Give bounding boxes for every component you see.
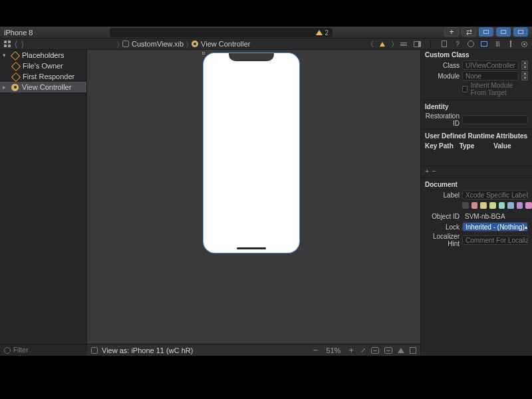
toggle-inspector-button[interactable] <box>513 27 528 37</box>
ruler-icon <box>510 41 511 47</box>
attributes-inspector-tab[interactable] <box>493 40 501 48</box>
device-config-toggle[interactable] <box>91 347 98 354</box>
identity-inspector-tab[interactable] <box>480 40 488 48</box>
color-swatch[interactable] <box>525 202 532 209</box>
outline-group-placeholders[interactable]: ▾ Placeholders <box>0 50 86 61</box>
breadcrumb-item[interactable]: View Controller <box>201 40 250 48</box>
device-preview-iphone[interactable] <box>203 53 299 253</box>
divider <box>421 100 532 100</box>
activity-viewer[interactable]: 2 <box>110 28 332 37</box>
view-controller-icon <box>11 84 19 91</box>
class-label: Class <box>425 62 460 69</box>
color-swatch[interactable] <box>471 202 478 209</box>
breadcrumb-file[interactable]: CustomView.xib <box>132 40 184 48</box>
main-toolbar: iPhone 8 2 + ⇄ <box>0 27 532 39</box>
inherit-module-checkbox[interactable] <box>462 86 467 92</box>
object-id-label: Object ID <box>425 213 460 220</box>
help-inspector-tab[interactable]: ? <box>454 40 462 48</box>
disclosure-triangle-icon[interactable]: ▸ <box>3 84 8 90</box>
class-stepper[interactable]: ▴▾ <box>521 61 528 70</box>
sliders-icon <box>496 41 499 47</box>
zoom-level[interactable]: 51% <box>326 346 340 354</box>
resolve-issues-button[interactable] <box>398 348 404 353</box>
toolbar-right-group: + ⇄ <box>444 27 528 37</box>
color-swatch[interactable] <box>480 202 487 209</box>
divider <box>421 178 532 178</box>
zoom-controls: − 51% + <box>313 345 354 355</box>
library-button[interactable]: + <box>444 27 459 37</box>
file-inspector-tab[interactable] <box>440 40 448 48</box>
embed-button[interactable] <box>410 347 416 354</box>
disclosure-triangle-icon[interactable]: ▾ <box>3 52 8 59</box>
filter-placeholder: Filter <box>13 346 28 354</box>
outline-item-first-responder[interactable]: First Responder <box>0 71 86 82</box>
doc-label-input[interactable]: Xcode Specific Label <box>462 190 528 200</box>
update-frames-button[interactable]: ⤢ <box>360 346 366 354</box>
document-outline: ▾ Placeholders File's Owner First Respon… <box>0 50 87 344</box>
interface-builder-canvas[interactable] <box>87 50 420 344</box>
lock-select[interactable]: Inherited - (Nothing) ▴▾ <box>462 222 528 231</box>
object-id-text: SVM-nb-BGA <box>465 213 505 220</box>
view-as-label[interactable]: View as: iPhone 11 (wC hR) <box>102 346 193 354</box>
section-custom-class: Custom Class <box>421 50 532 60</box>
module-input[interactable]: None <box>462 71 519 80</box>
localizer-hint-row: Localizer Hint Comment For Localizer <box>421 232 532 248</box>
filter-icon <box>4 347 11 354</box>
outline-item-view-controller[interactable]: ▸ View Controller <box>0 82 86 92</box>
code-review-button[interactable]: ⇄ <box>462 27 476 37</box>
module-stepper[interactable]: ▴▾ <box>521 71 528 80</box>
section-document: Document <box>421 180 532 190</box>
connections-inspector-tab[interactable] <box>520 40 528 48</box>
zoom-out-button[interactable]: − <box>313 345 319 355</box>
panel-left-icon <box>483 30 489 34</box>
issues-indicator[interactable]: 2 <box>316 29 329 37</box>
zoom-in-button[interactable]: + <box>348 345 354 355</box>
cube-icon <box>12 63 19 70</box>
toggle-navigator-button[interactable] <box>479 27 493 37</box>
xcode-window: iPhone 8 2 + ⇄ 〈 〉 〉 CustomView.xib 〉 <box>0 27 532 356</box>
pin-button[interactable] <box>384 347 392 354</box>
breadcrumb[interactable]: 〉 CustomView.xib 〉 View Controller <box>117 40 250 49</box>
outline-item-files-owner[interactable]: File's Owner <box>0 61 86 71</box>
id-card-icon <box>481 41 487 47</box>
nav-forward-button[interactable]: 〉 <box>21 40 24 49</box>
related-items-icon[interactable] <box>4 41 11 47</box>
xib-file-icon <box>122 41 129 47</box>
class-input[interactable]: UIViewController <box>462 61 519 70</box>
placeholder-text: Comment For Localizer <box>466 237 528 244</box>
prev-issue-button[interactable]: 〈 <box>371 40 373 48</box>
outline-filter[interactable]: Filter <box>0 344 87 356</box>
panel-right-icon <box>518 30 523 34</box>
history-inspector-tab[interactable] <box>467 40 475 48</box>
remove-attr-button[interactable]: − <box>432 167 436 175</box>
runtime-attrs-table[interactable] <box>421 151 532 166</box>
warning-icon[interactable] <box>380 42 385 47</box>
color-swatch[interactable] <box>517 202 523 209</box>
doc-label-label: Label <box>425 192 460 199</box>
restoration-id-input[interactable] <box>462 115 528 124</box>
toggle-debug-button[interactable] <box>496 27 511 37</box>
color-swatch[interactable] <box>499 202 505 209</box>
align-button[interactable] <box>371 347 379 354</box>
lock-value: Inherited - (Nothing) <box>466 223 525 231</box>
inspector-tabs: ? <box>430 40 528 48</box>
inherit-module-label: Inherit Module From Target <box>471 82 528 96</box>
adjust-editor-button[interactable] <box>400 43 407 46</box>
canvas-layout-tools: ⤢ <box>360 346 416 354</box>
chevron-updown-icon: ▴▾ <box>525 224 528 230</box>
scheme-device-label[interactable]: iPhone 8 <box>0 29 33 37</box>
object-id-row: Object ID SVM-nb-BGA <box>421 211 532 221</box>
color-swatch[interactable] <box>507 202 514 209</box>
size-inspector-tab[interactable] <box>507 40 515 48</box>
panel-bottom-icon <box>501 30 506 34</box>
selection-handle[interactable] <box>202 52 205 55</box>
color-swatch[interactable] <box>462 202 469 209</box>
runtime-attrs-controls: + − <box>421 166 532 176</box>
canvas-bottom-bar: View as: iPhone 11 (wC hR) − 51% + ⤢ <box>87 344 420 356</box>
nav-back-button[interactable]: 〈 <box>15 40 17 49</box>
add-editor-button[interactable] <box>414 41 421 47</box>
next-issue-button[interactable]: 〉 <box>392 40 394 48</box>
localizer-hint-input[interactable]: Comment For Localizer <box>462 235 528 245</box>
add-attr-button[interactable]: + <box>425 167 429 175</box>
color-swatch[interactable] <box>489 202 496 209</box>
